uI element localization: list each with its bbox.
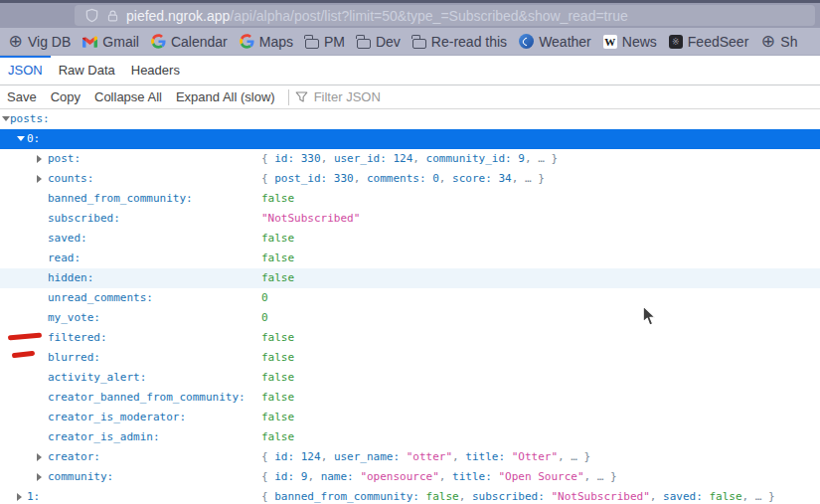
json-key: creator_is_moderator: bbox=[48, 408, 186, 427]
tree-row-counts[interactable]: counts:{ post_id: 330, comments: 0, scor… bbox=[0, 169, 820, 189]
tree-row-banned-from-community[interactable]: banned_from_community:false bbox=[0, 189, 820, 209]
bookmark-gmail[interactable]: Gmail bbox=[82, 34, 139, 50]
bookmark-vig-db[interactable]: ⊕Vig DB bbox=[8, 34, 71, 50]
json-key: post: bbox=[48, 149, 81, 169]
bookmark-sh[interactable]: ⊕Sh bbox=[760, 34, 797, 50]
json-key: 0: bbox=[27, 129, 40, 149]
tab-label: Headers bbox=[131, 63, 180, 78]
tree-row-my-vote[interactable]: my_vote:0 bbox=[0, 308, 820, 328]
json-value: false bbox=[261, 328, 294, 348]
bookmark-label: Re-read this bbox=[431, 34, 507, 50]
json-value: { id: 9, name: "opensource", title: "Ope… bbox=[261, 467, 617, 487]
funnel-icon bbox=[295, 90, 308, 103]
json-key: blurred: bbox=[48, 348, 100, 368]
tree-row-saved[interactable]: saved:false bbox=[0, 229, 820, 249]
twisty-right-icon[interactable] bbox=[17, 493, 22, 501]
url-bar: piefed.ngrok.app/api/alpha/post/list?lim… bbox=[0, 3, 820, 28]
json-value: "NotSubscribed" bbox=[261, 209, 360, 229]
tab-label: JSON bbox=[8, 63, 43, 78]
json-value: false bbox=[261, 368, 294, 388]
json-key: subscribed: bbox=[48, 209, 120, 229]
collapse-all-button[interactable]: Collapse All bbox=[87, 89, 169, 104]
bookmark-label: FeedSeer bbox=[688, 34, 748, 50]
shield-icon[interactable] bbox=[84, 8, 99, 23]
bookmark-label: News bbox=[622, 34, 657, 50]
json-value: false bbox=[261, 268, 294, 288]
wikipedia-icon: W bbox=[603, 35, 617, 49]
url-text: piefed.ngrok.app/api/alpha/post/list?lim… bbox=[126, 8, 628, 24]
json-value: false bbox=[261, 427, 294, 447]
globe-icon: ⊕ bbox=[760, 34, 775, 49]
json-key: creator_is_admin: bbox=[48, 427, 160, 447]
folder-icon bbox=[357, 39, 371, 49]
bookmark-pm[interactable]: PM bbox=[305, 34, 345, 50]
tree-row-creator-is-moderator[interactable]: creator_is_moderator:false bbox=[0, 408, 820, 427]
json-tree: posts:0:post:{ id: 330, user_id: 124, co… bbox=[0, 109, 820, 504]
tree-row-post[interactable]: post:{ id: 330, user_id: 124, community_… bbox=[0, 149, 820, 169]
json-key: activity_alert: bbox=[48, 368, 146, 388]
json-key: saved: bbox=[48, 229, 87, 249]
viewer-tab-bar: JSONRaw DataHeaders bbox=[0, 56, 820, 85]
bookmark-label: Dev bbox=[376, 34, 401, 50]
tree-row-posts[interactable]: posts: bbox=[0, 109, 820, 129]
tree-row-filtered[interactable]: filtered:false bbox=[0, 328, 820, 348]
bookmark-label: Gmail bbox=[102, 34, 139, 50]
expand-all-slow-button[interactable]: Expand All (slow) bbox=[169, 89, 282, 104]
json-value: { banned_from_community: false, subscrib… bbox=[261, 487, 775, 504]
url-path: /api/alpha/post/list?limit=50&type_=Subs… bbox=[230, 8, 627, 24]
json-value: false bbox=[261, 408, 294, 427]
tree-row-0[interactable]: 0: bbox=[0, 129, 820, 149]
json-key: 1: bbox=[27, 487, 40, 504]
lock-icon[interactable] bbox=[106, 9, 119, 23]
gmail-icon bbox=[82, 34, 97, 49]
tab-headers[interactable]: Headers bbox=[123, 56, 188, 84]
json-key: banned_from_community: bbox=[48, 189, 193, 209]
bookmark-feedseer[interactable]: ※FeedSeer bbox=[669, 34, 748, 50]
google-icon bbox=[151, 34, 166, 49]
filter-json-input[interactable] bbox=[314, 89, 453, 104]
tree-row-1[interactable]: 1:{ banned_from_community: false, subscr… bbox=[0, 487, 820, 504]
twisty-right-icon[interactable] bbox=[37, 155, 42, 163]
tree-row-hidden[interactable]: hidden:false bbox=[0, 268, 820, 288]
bookmark-weather[interactable]: Weather bbox=[519, 34, 591, 50]
tree-row-creator-is-admin[interactable]: creator_is_admin:false bbox=[0, 427, 820, 447]
bookmarks-bar: ⊕Vig DBGmailCalendarMapsPMDevRe-read thi… bbox=[0, 28, 820, 56]
toolbar-buttons: SaveCopyCollapse AllExpand All (slow) bbox=[0, 89, 282, 104]
twisty-right-icon[interactable] bbox=[37, 453, 42, 461]
twisty-right-icon[interactable] bbox=[37, 175, 42, 183]
json-key: creator: bbox=[48, 447, 100, 467]
bookmark-label: Maps bbox=[259, 34, 293, 50]
bookmark-news[interactable]: WNews bbox=[603, 34, 657, 50]
feedseer-icon: ※ bbox=[669, 35, 683, 49]
tree-row-activity-alert[interactable]: activity_alert:false bbox=[0, 368, 820, 388]
bookmark-maps[interactable]: Maps bbox=[240, 34, 293, 50]
mouse-cursor-icon bbox=[642, 305, 657, 331]
json-key: my_vote: bbox=[48, 308, 100, 328]
tree-row-unread-comments[interactable]: unread_comments:0 bbox=[0, 288, 820, 308]
google-icon bbox=[240, 34, 254, 49]
json-value: 0 bbox=[261, 308, 268, 328]
bookmark-calendar[interactable]: Calendar bbox=[151, 34, 228, 50]
bookmark-re-read-this[interactable]: Re-read this bbox=[412, 34, 507, 50]
tree-row-creator-banned-from-community[interactable]: creator_banned_from_community:false bbox=[0, 388, 820, 408]
twisty-down-icon[interactable] bbox=[2, 116, 10, 121]
tree-row-creator[interactable]: creator:{ id: 124, user_name: "otter", t… bbox=[0, 447, 820, 467]
tab-json[interactable]: JSON bbox=[0, 56, 51, 84]
json-key: filtered: bbox=[48, 328, 107, 348]
json-value: false bbox=[261, 249, 294, 268]
tree-row-blurred[interactable]: blurred:false bbox=[0, 348, 820, 368]
twisty-right-icon[interactable] bbox=[37, 473, 42, 481]
url-field[interactable]: piefed.ngrok.app/api/alpha/post/list?lim… bbox=[75, 5, 815, 26]
tree-row-read[interactable]: read:false bbox=[0, 249, 820, 268]
copy-button[interactable]: Copy bbox=[44, 89, 87, 104]
tab-raw-data[interactable]: Raw Data bbox=[51, 56, 123, 84]
bookmark-label: PM bbox=[324, 34, 345, 50]
json-key: counts: bbox=[48, 169, 93, 189]
tree-row-subscribed[interactable]: subscribed:"NotSubscribed" bbox=[0, 209, 820, 229]
save-button[interactable]: Save bbox=[0, 89, 44, 104]
json-value: { id: 330, user_id: 124, community_id: 9… bbox=[261, 149, 558, 169]
bookmark-dev[interactable]: Dev bbox=[357, 34, 401, 50]
twisty-down-icon[interactable] bbox=[17, 136, 25, 141]
tree-row-community[interactable]: community:{ id: 9, name: "opensource", t… bbox=[0, 467, 820, 487]
bookmark-label: Weather bbox=[539, 34, 591, 50]
